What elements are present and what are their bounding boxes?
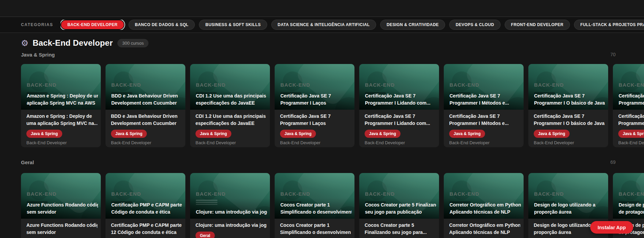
course-card[interactable]: BACK-END Corretor Ortográfico em Python … [444,173,524,238]
banner-category-label: BACK-END [450,191,479,197]
category-pill[interactable]: DEVOPS & CLOUD [449,20,501,30]
course-tag: Java & Spring [196,130,231,138]
course-card[interactable]: BACK-END Certificação Java SE 7 Programm… [528,64,608,147]
course-tag: Java & Spring [280,130,316,138]
course-category: Back-End Developer [365,140,436,145]
course-card-banner: BACK-END Cocos Creator parte 5 Finalizan… [359,173,439,219]
course-title: Corretor Ortográfico em Python Aplicando… [449,222,520,236]
category-pill-label: DESIGN & CRIATIVIDADE [387,22,439,27]
course-category: Back-End Developer [111,140,182,145]
course-tag: Java & Spring [618,130,644,138]
course-card-info: CDI 1.2 Use uma das principais especific… [190,110,270,147]
app-top-bar [0,0,644,17]
banner-category-label: BACK-END [619,191,644,197]
course-card-info: Cocos Creator parte 5 Finalizando seu jo… [359,219,439,238]
banner-category-label: BACK-END [111,191,141,197]
banner-category-label: BACK-END [280,82,310,88]
course-card-info: Azure Functions Rodando código sem servi… [21,219,101,238]
category-pill[interactable]: DATA SCIENCE & INTELIGÊNCIA ARTIFICIAL [271,20,376,30]
course-card[interactable]: BACK-END Certificação Java SE 7 Programm… [444,64,524,147]
course-category: Back-End Developer [618,140,644,145]
banner-category-label: BACK-END [111,82,141,88]
course-category: Back-End Developer [26,140,97,145]
course-card[interactable]: BACK-END Azure Functions Rodando código … [21,173,101,238]
banner-course-title: Certificação PMP e CAPM parte 12 Código … [111,201,183,216]
banner-course-title: Azure Functions Rodando código sem servi… [27,201,98,216]
category-pill[interactable]: BACK-END DEVELOPER [61,20,124,30]
course-card-info: Certificação Java SE 7 Programmer I Méto… [444,110,524,147]
course-title: Certificação PMP e CAPM parte 12 Código … [111,222,182,236]
course-card[interactable]: BACK-END Amazon e Spring : Deploy de uma… [21,64,101,147]
banner-category-label: BACK-END [450,82,479,88]
gear-icon: ⚙ [21,39,28,47]
course-card[interactable]: BACK-END Cocos Creator parte 5 Finalizan… [359,173,439,238]
course-title: Clojure: uma introdução via jogo [196,222,267,229]
category-pill-label: BUSINESS & SOFT SKILLS [205,22,260,27]
course-title: Certificação Java SE 7 Programmer I Méto… [449,113,520,127]
banner-course-title: Clojure: uma introdução via jogo [196,209,267,216]
category-pill-label: BANCO DE DADOS & SQL [135,22,189,27]
course-card-info: Certificação Java SE 7 Programmer... Jav… [613,110,644,147]
course-card[interactable]: BACK-END BDD e Java Behaviour Driven Dev… [106,64,185,147]
course-card-info: Corretor Ortográfico em Python Aplicando… [444,219,524,238]
course-section: Geral 69 BACK-END Azure Functions Rodand… [21,159,644,238]
tag-row: Java & Spring [449,130,520,138]
course-card[interactable]: BACK-END Certificação Java SE 7 Programm… [359,64,439,147]
category-pill[interactable]: FULL-STACK & PROJETOS PRÁTICOS [574,20,644,30]
course-card-banner: BACK-END BDD e Java Behaviour Driven Dev… [106,64,185,110]
categories-bar: CATEGORIAS BACK-END DEVELOPER BANCO DE D… [0,17,644,33]
course-title: Certificação Java SE 7 Programmer I O bá… [534,113,605,127]
category-pill-label: DEVOPS & CLOUD [456,22,494,27]
category-pill[interactable]: FRONT-END DEVELOPER [505,20,570,30]
course-card-info: BDD e Java Behaviour Driven Development … [106,110,185,147]
banner-course-title: Certificação Java SE 7 Programmer I Méto… [450,92,521,107]
tag-row: Java & Spring [618,130,644,138]
category-pill[interactable]: BANCO DE DADOS & SQL [129,20,195,30]
course-card[interactable]: BACK-END Cocos Creator parte 1 Simplific… [275,173,354,238]
course-title: Cocos Creator parte 5 Finalizando seu jo… [365,222,436,236]
banner-course-title: Design de logo utilizando a proporção áu… [534,201,605,216]
course-card[interactable]: BACK-END Certificação Java SE 7 Programm… [613,64,644,147]
course-card-banner: BACK-END Certificação Java SE 7 Programm… [613,64,644,110]
course-card[interactable]: BACK-END CDI 1.2 Use uma das principais … [190,64,270,147]
course-tag: Java & Spring [365,130,400,138]
category-pill[interactable]: DESIGN & CRIATIVIDADE [380,20,445,30]
tag-row: Java & Spring [196,130,267,138]
section-header: Java & Spring 70 [21,51,616,58]
course-title: Cocos Creator parte 1 Simplificando o de… [280,222,351,236]
course-card[interactable]: BACK-END Certificação PMP e CAPM parte 1… [106,173,185,238]
section-count: 69 [610,159,616,165]
category-pill-label: FRONT-END DEVELOPER [511,22,564,27]
banner-course-title: Amazon e Spring : Deploy de uma aplicaçã… [27,92,98,107]
tag-row: Java & Spring [280,130,351,138]
course-count-badge: 300 cursos [117,39,148,47]
course-tag: Java & Spring [449,130,485,138]
course-card-banner: BACK-END Azure Functions Rodando código … [21,173,101,219]
course-card[interactable]: BACK-END Clojure: uma introdução via jog… [190,173,270,238]
section-header: Geral 69 [21,159,616,165]
banner-category-label: BACK-END [196,191,226,197]
course-card-info: Cocos Creator parte 1 Simplificando o de… [275,219,354,238]
card-row: BACK-END Amazon e Spring : Deploy de uma… [21,64,644,147]
category-pill[interactable]: BUSINESS & SOFT SKILLS [199,20,267,30]
tag-row: Geral [196,232,267,238]
banner-category-label: BACK-END [27,82,56,88]
course-tag: Java & Spring [534,130,570,138]
section-count: 70 [610,52,616,57]
banner-course-title: Certificação Java SE 7 Programmer I Laço… [280,92,352,107]
course-title: CDI 1.2 Use uma das principais especific… [196,113,267,127]
banner-art-bar [196,200,217,201]
banner-category-label: BACK-END [619,82,644,88]
banner-category-label: BACK-END [534,191,564,197]
banner-course-title: Certificação Java SE 7 Programmer I O bá… [534,92,605,107]
banner-course-title: Cocos Creator parte 5 Finalizando seu jo… [365,201,436,216]
course-tag: Geral [196,232,215,238]
sections-container: Java & Spring 70 BACK-END Amazon e Sprin… [21,51,644,238]
course-card-info: Certificação PMP e CAPM parte 12 Código … [106,219,185,238]
banner-category-label: BACK-END [534,82,564,88]
course-card-banner: BACK-END Corretor Ortográfico em Python … [444,173,524,219]
install-app-button[interactable]: Instalar App [590,221,633,234]
course-card-info: Amazon e Spring : Deploy de uma aplicaçã… [21,110,101,147]
course-card-banner: BACK-END Cocos Creator parte 1 Simplific… [275,173,354,219]
course-card[interactable]: BACK-END Certificação Java SE 7 Programm… [275,64,354,147]
